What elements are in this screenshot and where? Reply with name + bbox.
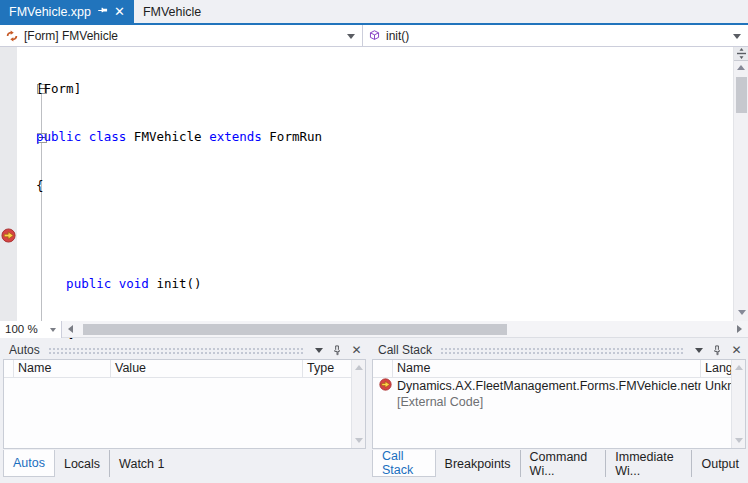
document-tab-bar: FMVehicle.xpp ✕ FMVehicle [0, 0, 748, 23]
scroll-up-icon[interactable] [735, 365, 743, 370]
callstack-content: Name Lang Dynamics.AX.FleetManagement.Fo… [372, 359, 746, 449]
current-frame-icon [379, 378, 392, 391]
callstack-panel: Call Stack ✕ Name Lang [372, 341, 746, 450]
column-header-name[interactable]: Name [14, 360, 111, 377]
callstack-row-external[interactable]: [External Code] [373, 394, 731, 410]
scroll-left-icon[interactable] [68, 325, 73, 333]
breakpoint-margin[interactable] [0, 47, 17, 321]
autos-header-row: Name Value Type [4, 360, 351, 378]
code-area[interactable]: [Form] public class FMVehicle extends Fo… [33, 48, 733, 321]
vs-window: FMVehicle.xpp ✕ FMVehicle [Form] FMVehic… [0, 0, 748, 483]
autos-panel: Autos ✕ Name Value Type [3, 341, 366, 450]
tab-label: FMVehicle.xpp [9, 5, 91, 19]
tab-label: FMVehicle [143, 5, 201, 19]
right-tool-tabs: Call Stack Breakpoints Command Wi... Imm… [372, 450, 748, 477]
scroll-down-icon[interactable] [738, 310, 746, 315]
outlining-margin [17, 47, 33, 321]
column-header-value[interactable]: Value [111, 360, 303, 377]
chevron-down-icon [733, 34, 741, 39]
editor-navigation-bar: [Form] FMVehicle init() [0, 25, 748, 47]
scroll-down-icon[interactable] [735, 438, 743, 443]
members-dropdown[interactable]: init() [363, 25, 748, 46]
close-icon[interactable]: ✕ [729, 343, 744, 357]
tab-output[interactable]: Output [692, 450, 748, 477]
types-dropdown[interactable]: [Form] FMVehicle [0, 25, 363, 46]
panel-title: Call Stack [378, 343, 432, 357]
editor-hscrollbar[interactable] [79, 324, 731, 335]
code-line[interactable]: [Form] [33, 81, 733, 97]
callstack-header-row: Name Lang [373, 360, 731, 378]
autos-scrollbar[interactable] [351, 360, 365, 448]
code-line[interactable]: public void init() [33, 276, 733, 292]
tab-immediate-window[interactable]: Immediate Wi... [606, 450, 692, 477]
title-grip-texture [48, 347, 303, 354]
split-editor-handle[interactable] [734, 47, 748, 61]
zoom-select[interactable]: 100 % [0, 321, 62, 338]
panel-title: Autos [9, 343, 40, 357]
chevron-down-icon [347, 34, 355, 39]
window-position-icon[interactable] [311, 343, 326, 357]
chevron-down-icon [50, 328, 56, 332]
tab-breakpoints[interactable]: Breakpoints [436, 450, 521, 477]
close-icon[interactable]: ✕ [349, 343, 364, 357]
scroll-thumb[interactable] [83, 324, 507, 335]
tab-fmvehicle[interactable]: FMVehicle [134, 0, 210, 23]
code-editor: [Form] public class FMVehicle extends Fo… [0, 47, 748, 321]
member-label: init() [386, 29, 409, 43]
code-line[interactable] [33, 227, 733, 243]
code-line[interactable]: { [33, 178, 733, 194]
scroll-up-icon[interactable] [355, 365, 363, 370]
tab-command-window[interactable]: Command Wi... [521, 450, 607, 477]
editor-bottom-bar: 100 % [0, 321, 748, 338]
callstack-row-current[interactable]: Dynamics.AX.FleetManagement.Forms.FMVehi… [373, 378, 731, 394]
tab-watch1[interactable]: Watch 1 [110, 450, 173, 477]
method-icon [368, 29, 381, 42]
code-line[interactable]: public class FMVehicle extends FormRun [33, 129, 733, 145]
scroll-right-icon[interactable] [737, 325, 742, 333]
tab-locals[interactable]: Locals [55, 450, 110, 477]
tab-autos[interactable]: Autos [3, 450, 55, 477]
form-class-icon [5, 29, 19, 43]
breakpoint-current-icon[interactable] [1, 228, 16, 243]
panel-title-bar[interactable]: Call Stack ✕ [372, 341, 746, 359]
pin-icon[interactable] [330, 343, 345, 357]
pin-icon[interactable] [710, 343, 725, 357]
column-header-name[interactable]: Name [393, 360, 701, 377]
frame-name: [External Code] [393, 395, 701, 409]
tab-callstack[interactable]: Call Stack [372, 450, 436, 477]
pin-icon[interactable] [97, 5, 108, 19]
column-header-type[interactable]: Type [303, 360, 351, 377]
close-icon[interactable]: ✕ [114, 5, 125, 18]
callstack-scrollbar[interactable] [731, 360, 745, 448]
scroll-thumb[interactable] [736, 77, 747, 113]
tab-fmvehicle-xpp[interactable]: FMVehicle.xpp ✕ [0, 0, 134, 23]
zoom-label: 100 % [5, 323, 38, 335]
title-grip-texture [440, 347, 683, 354]
editor-vscrollbar[interactable] [733, 47, 748, 321]
panel-title-bar[interactable]: Autos ✕ [3, 341, 366, 359]
scope-label: [Form] FMVehicle [24, 29, 118, 43]
autos-content: Name Value Type [3, 359, 366, 449]
column-header-lang[interactable]: Lang [701, 360, 731, 377]
frame-language: Unknown [701, 379, 731, 393]
frame-name: Dynamics.AX.FleetManagement.Forms.FMVehi… [393, 379, 701, 393]
window-position-icon[interactable] [691, 343, 706, 357]
left-tool-tabs: Autos Locals Watch 1 [3, 450, 174, 477]
scroll-down-icon[interactable] [355, 438, 363, 443]
scroll-up-icon[interactable] [737, 65, 745, 70]
